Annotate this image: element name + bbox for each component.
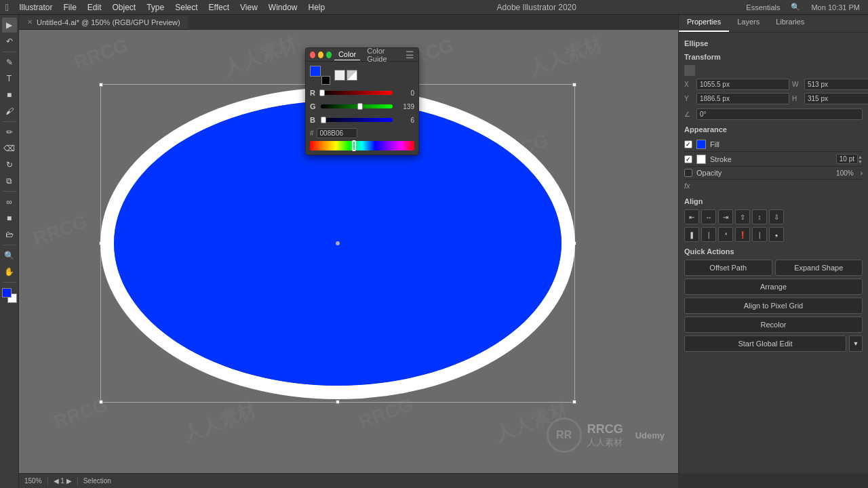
color-panel-maximize[interactable] — [326, 52, 332, 58]
arrange-btn[interactable]: Arrange — [684, 279, 863, 295]
tool-eyedropper[interactable]: 🗁 — [2, 227, 17, 242]
align-top-edge[interactable]: ⇧ — [735, 209, 750, 224]
tab-color-guide[interactable]: Color Guide — [363, 45, 403, 64]
align-left-edge[interactable]: ⇤ — [684, 209, 699, 224]
stroke-checkbox[interactable]: ✓ — [684, 155, 692, 163]
tool-blend[interactable]: ∞ — [2, 195, 17, 209]
none-swatch[interactable] — [347, 70, 357, 81]
distribute-bottom[interactable]: ❟ — [769, 227, 784, 242]
menu-view[interactable]: View — [235, 1, 262, 14]
offset-path-btn[interactable]: Offset Path — [684, 260, 772, 276]
distribute-center-h[interactable]: ❘ — [701, 227, 716, 242]
stroke-down-arrow[interactable]: ▼ — [858, 159, 863, 164]
doc-close-btn[interactable]: ✕ — [27, 18, 33, 26]
tool-gradient[interactable]: ■ — [2, 211, 17, 226]
align-pixel-grid-btn[interactable]: Align to Pixel Grid — [684, 298, 863, 314]
tab-libraries[interactable]: Libraries — [768, 15, 812, 32]
fill-color-swatch[interactable] — [696, 140, 706, 149]
tool-zoom[interactable]: 🔍 — [2, 248, 17, 263]
rrcg-logo-area: RR RRCG 人人素材 Udemy — [547, 418, 665, 453]
tool-fg-color[interactable] — [2, 288, 12, 298]
tf-h-input[interactable] — [804, 93, 868, 104]
svg-point-2 — [336, 241, 340, 245]
recolor-btn[interactable]: Recolor — [684, 317, 863, 333]
b-slider-track[interactable] — [321, 118, 393, 122]
tool-text[interactable]: T — [2, 71, 17, 86]
menu-window[interactable]: Window — [264, 1, 302, 14]
essentials-btn[interactable]: Essentials — [743, 3, 783, 12]
b-slider-thumb[interactable] — [321, 117, 326, 123]
hex-input[interactable] — [317, 128, 357, 138]
menu-type[interactable]: Type — [142, 1, 169, 14]
menu-select[interactable]: Select — [170, 1, 202, 14]
tf-w-input[interactable] — [804, 79, 868, 90]
menu-object[interactable]: Object — [108, 1, 141, 14]
menu-edit[interactable]: Edit — [83, 1, 106, 14]
align-right-edge[interactable]: ⇥ — [718, 209, 733, 224]
tool-rotate[interactable]: ↻ — [2, 157, 17, 172]
menu-help[interactable]: Help — [304, 1, 330, 14]
color-panel-close[interactable] — [310, 52, 315, 58]
tool-direct-select[interactable]: ↶ — [2, 34, 17, 49]
tf-y-input[interactable] — [696, 93, 789, 104]
tf-angle-item: ∠ — [684, 108, 863, 120]
tool-hand[interactable]: ✋ — [2, 264, 17, 279]
expand-shape-btn[interactable]: Expand Shape — [775, 260, 863, 276]
tool-select[interactable]: ▶ — [2, 18, 17, 33]
fx-row: fx — [684, 180, 863, 192]
spectrum-cursor[interactable] — [352, 140, 356, 151]
g-slider-thumb[interactable] — [357, 103, 363, 110]
g-slider-track[interactable] — [321, 104, 393, 108]
background-swatch[interactable] — [321, 76, 330, 85]
tf-angle-input[interactable] — [696, 108, 863, 120]
tab-color[interactable]: Color — [334, 49, 360, 60]
tool-shape[interactable]: ■ — [2, 87, 17, 102]
r-slider-thumb[interactable] — [319, 89, 325, 96]
stroke-color-swatch[interactable] — [696, 155, 706, 164]
menu-effect[interactable]: Effect — [204, 1, 234, 14]
stroke-value[interactable]: 10 pt — [836, 154, 858, 164]
transform-icon — [684, 65, 695, 76]
search-icon[interactable]: 🔍 — [788, 2, 803, 12]
tool-divider-2 — [3, 121, 16, 122]
opacity-arrow[interactable]: › — [861, 169, 863, 177]
distribute-top[interactable]: ❗ — [735, 227, 750, 242]
distribute-left[interactable]: ❚ — [684, 227, 699, 242]
tab-properties[interactable]: Properties — [679, 15, 729, 32]
tool-scale[interactable]: ⧉ — [2, 174, 17, 188]
fill-item: ✓ Fill — [684, 138, 863, 152]
opacity-checkbox[interactable] — [684, 169, 692, 177]
distribute-center-v[interactable]: ❘ — [752, 227, 767, 242]
fx-label[interactable]: fx — [684, 180, 690, 191]
gradient-swatch[interactable] — [334, 70, 345, 81]
tool-pen[interactable]: ✎ — [2, 55, 17, 70]
tf-angle-label: ∠ — [684, 110, 694, 118]
align-center-h[interactable]: ↔ — [701, 209, 716, 224]
distribute-right[interactable]: ❛ — [718, 227, 733, 242]
tab-layers[interactable]: Layers — [729, 15, 768, 32]
tf-x-input[interactable] — [696, 79, 789, 90]
menu-file[interactable]: File — [58, 1, 81, 14]
tool-brush[interactable]: 🖌 — [2, 104, 17, 119]
tool-pencil[interactable]: ✏ — [2, 125, 17, 140]
stroke-up-arrow[interactable]: ▲ — [858, 155, 863, 159]
foreground-swatch[interactable] — [310, 66, 321, 77]
apple-menu[interactable]:  — [5, 2, 9, 13]
zoom-level[interactable]: 150% — [24, 477, 42, 485]
align-bottom-edge[interactable]: ⇩ — [769, 209, 784, 224]
fill-checkbox[interactable]: ✓ — [684, 140, 692, 148]
color-panel-minimize[interactable] — [318, 52, 323, 58]
menu-illustrator[interactable]: Illustrator — [14, 1, 57, 14]
rrcg-brand: RRCG — [587, 422, 623, 436]
stroke-label: Stroke — [710, 155, 832, 163]
align-center-v[interactable]: ↕ — [752, 209, 767, 224]
tool-eraser[interactable]: ⌫ — [2, 141, 17, 156]
color-spectrum-bar[interactable] — [310, 141, 414, 150]
fill-label: Fill — [710, 140, 863, 148]
start-global-edit-btn[interactable]: Start Global Edit — [684, 336, 846, 352]
tool-divider-5 — [3, 282, 16, 283]
panel-menu-icon[interactable]: ☰ — [406, 49, 414, 60]
tf-y-item: Y — [684, 93, 789, 104]
r-slider-track[interactable] — [321, 91, 393, 95]
global-edit-dropdown[interactable]: ▼ — [849, 336, 863, 352]
